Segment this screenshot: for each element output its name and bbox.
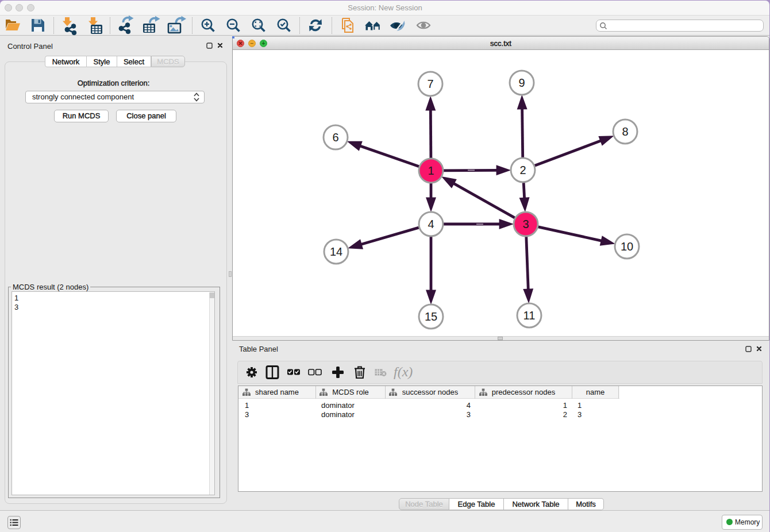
svg-text:6: 6 xyxy=(332,131,338,144)
svg-text:2: 2 xyxy=(519,164,526,176)
svg-text:10: 10 xyxy=(621,240,633,253)
svg-text:8: 8 xyxy=(622,125,628,138)
svg-text:11: 11 xyxy=(523,309,536,322)
svg-text:7: 7 xyxy=(427,78,433,90)
svg-text:4: 4 xyxy=(428,218,434,230)
svg-text:15: 15 xyxy=(425,310,437,323)
svg-text:1: 1 xyxy=(428,164,434,177)
svg-text:3: 3 xyxy=(522,218,529,230)
svg-text:14: 14 xyxy=(330,245,342,258)
svg-text:f(x): f(x) xyxy=(394,364,413,379)
svg-text:9: 9 xyxy=(518,76,525,89)
